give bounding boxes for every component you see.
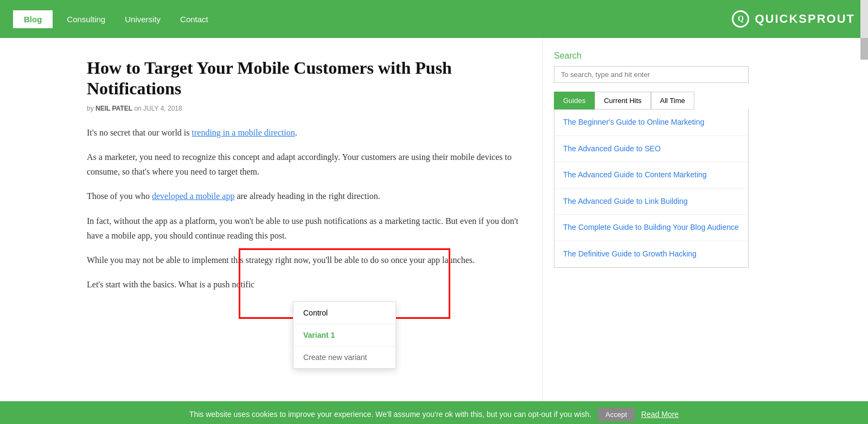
para3-suffix: are already heading in the right directi… <box>234 191 380 201</box>
tab-current-hits[interactable]: Current Hits <box>595 92 650 110</box>
article-meta: by NEIL PATEL on JULY 4, 2018 <box>87 105 521 112</box>
sidebar-search-input[interactable] <box>554 66 749 83</box>
guide-list-item: The Definitive Guide to Growth Hacking <box>554 241 748 267</box>
article-para-3: Those of you who developed a mobile app … <box>87 189 521 203</box>
para5-prefix: While you may not be able to impl <box>87 255 208 265</box>
guide-link[interactable]: The Definitive Guide to Growth Hacking <box>563 249 739 260</box>
guide-link[interactable]: The Advanced Guide to Content Marketing <box>563 170 739 181</box>
meta-by: by <box>87 105 94 112</box>
guide-list-item: The Advanced Guide to Content Marketing <box>554 162 748 189</box>
sidebar-tabs: Guides Current Hits All Time <box>554 92 749 110</box>
blog-nav-button[interactable]: Blog <box>13 10 53 28</box>
article-para-1: It's no secret that our world is trendin… <box>87 125 521 140</box>
article-para-4: In fact, without the app as a platform, … <box>87 214 521 243</box>
para5-suffix: o so once your app launches. <box>374 255 475 265</box>
para3-link[interactable]: developed a mobile app <box>152 191 234 201</box>
logo-area: Q QUICKSPROUT <box>732 10 855 28</box>
guide-link[interactable]: The Advanced Guide to SEO <box>563 144 739 155</box>
navigation: Blog Consulting University Contact Q QUI… <box>0 0 868 38</box>
cookie-read-more-link[interactable]: Read More <box>641 410 679 419</box>
page-body: How to Target Your Mobile Customers with… <box>0 38 868 401</box>
scrollbar-track <box>860 0 868 38</box>
para3-prefix: Those of you who <box>87 191 152 201</box>
university-nav-link[interactable]: University <box>125 15 161 24</box>
variant-1-item[interactable]: Variant 1 <box>293 324 395 346</box>
sidebar-search-label: Search <box>554 51 749 61</box>
contact-nav-link[interactable]: Contact <box>180 15 208 24</box>
article-para-2: As a marketer, you need to recognize thi… <box>87 150 521 179</box>
cookie-message: This website uses cookies to improve you… <box>189 410 591 419</box>
guide-link[interactable]: The Complete Guide to Building Your Blog… <box>563 222 739 233</box>
tab-all-time[interactable]: All Time <box>651 92 694 110</box>
variant-popup: Control Variant 1 Create new variant <box>293 301 396 369</box>
guide-list-item: The Beginner's Guide to Online Marketing <box>554 110 748 136</box>
meta-date: JULY 4, 2018 <box>143 105 182 112</box>
meta-author: NEIL PATEL <box>95 105 132 112</box>
guide-list-item: The Advanced Guide to Link Building <box>554 189 748 215</box>
tab-guides[interactable]: Guides <box>554 92 595 110</box>
create-variant-item[interactable]: Create new variant <box>293 346 395 368</box>
article-title: How to Target Your Mobile Customers with… <box>87 57 521 99</box>
para5-container: While you may not be able to implement t… <box>87 253 521 267</box>
guide-list-item: The Advanced Guide to SEO <box>554 136 748 163</box>
variant-control-item[interactable]: Control <box>293 302 395 324</box>
main-content: How to Target Your Mobile Customers with… <box>0 38 542 401</box>
consulting-nav-link[interactable]: Consulting <box>67 15 105 24</box>
cookie-accept-button[interactable]: Accept <box>598 408 635 421</box>
para5-highlighted: ement this strategy right now, you'll be… <box>208 255 375 265</box>
cookie-banner: This website uses cookies to improve you… <box>0 401 868 424</box>
para1-link[interactable]: trending in a mobile direction <box>192 128 295 137</box>
logo-text: QUICKSPROUT <box>755 12 855 26</box>
article-para-5: While you may not be able to implement t… <box>87 253 521 267</box>
article-para-6: Let's start with the basics. What is a p… <box>87 277 521 292</box>
meta-on-word: on <box>134 105 141 112</box>
guides-list: The Beginner's Guide to Online Marketing… <box>554 110 749 268</box>
logo-icon: Q <box>732 10 749 28</box>
para6-prefix: Let's start with the basics. What is <box>87 280 207 289</box>
para1-suffix: . <box>295 128 297 137</box>
para6-partial: a push notific <box>207 280 254 289</box>
para1-prefix: It's no secret that our world is <box>87 128 192 137</box>
guide-list-item: The Complete Guide to Building Your Blog… <box>554 215 748 241</box>
sidebar: Search Guides Current Hits All Time The … <box>542 38 760 401</box>
guide-link[interactable]: The Beginner's Guide to Online Marketing <box>563 117 739 128</box>
guide-link[interactable]: The Advanced Guide to Link Building <box>563 196 739 207</box>
scrollbar-thumb[interactable] <box>860 38 868 60</box>
